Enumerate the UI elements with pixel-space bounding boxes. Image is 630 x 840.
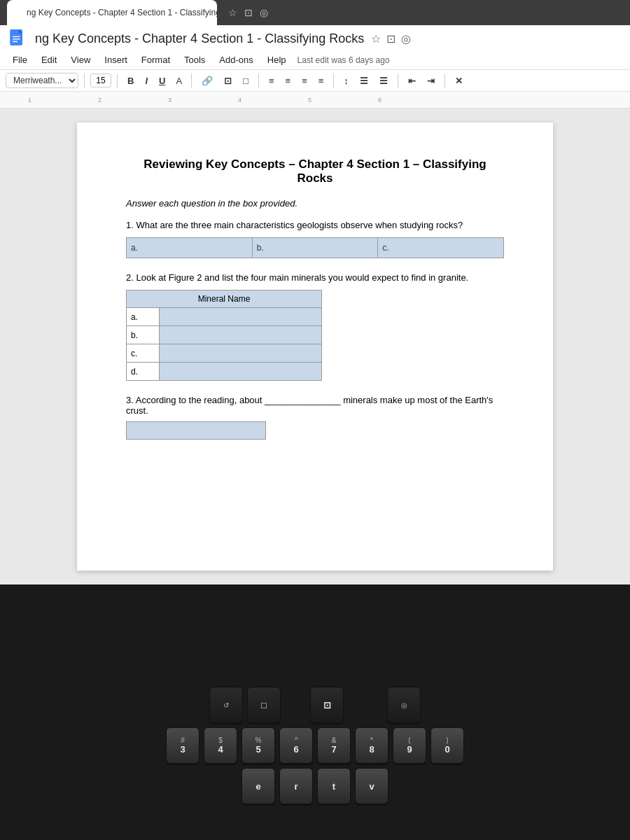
- browser-icons: ☆ ⊡ ◎: [228, 7, 268, 18]
- mineral-answer-a[interactable]: [159, 308, 322, 326]
- key-r[interactable]: r: [279, 768, 313, 804]
- menu-addons[interactable]: Add-ons: [214, 52, 258, 68]
- mineral-table: Mineral Name a. b. c.: [126, 290, 322, 381]
- docs-title-actions: ☆ ⊡ ◎: [371, 32, 411, 46]
- key-4[interactable]: $ 4: [204, 727, 237, 764]
- bold-button[interactable]: B: [123, 74, 138, 88]
- font-size-input[interactable]: [90, 74, 111, 88]
- star-icon[interactable]: ☆: [228, 7, 237, 18]
- question-2-block: 2. Look at Figure 2 and list the four ma…: [126, 272, 504, 381]
- question-3-text: 3. According to the reading, about _____…: [126, 395, 504, 416]
- question-3-answer[interactable]: [126, 421, 266, 440]
- browser-bar: ng Key Concepts - Chapter 4 Section 1 - …: [0, 0, 630, 25]
- menu-format[interactable]: Format: [136, 52, 176, 68]
- keyboard-number-row: # 3 $ 4 % 5 ^ 6 & 7 * 8 ( 9 ) 0: [166, 727, 464, 764]
- key-e[interactable]: e: [241, 768, 275, 804]
- italic-button[interactable]: I: [141, 74, 152, 88]
- list-button[interactable]: ☰: [356, 74, 372, 88]
- last-edit-text: Last edit was 6 days ago: [298, 55, 390, 65]
- mineral-answer-b[interactable]: [159, 326, 322, 344]
- keyboard-letter-row: e r t v: [241, 768, 388, 804]
- line-spacing-button[interactable]: ↕: [340, 74, 353, 88]
- question-3-number: 3.: [126, 395, 134, 405]
- key-t[interactable]: t: [317, 768, 351, 804]
- key-7[interactable]: & 7: [317, 727, 351, 764]
- question-3-block: 3. According to the reading, about _____…: [126, 395, 504, 440]
- key-6[interactable]: ^ 6: [279, 727, 313, 764]
- mineral-row-a: a.: [127, 308, 322, 326]
- key-v-visible[interactable]: v: [355, 768, 388, 804]
- keyboard-nav-row: ↺ □ ⊡ ◎: [209, 687, 421, 723]
- tab-title: ng Key Concepts - Chapter 4 Section 1 - …: [27, 8, 217, 18]
- docs-title-row: ng Key Concepts - Chapter 4 Section 1 - …: [7, 28, 623, 50]
- key-0[interactable]: ) 0: [430, 727, 464, 764]
- font-color-button[interactable]: A: [172, 74, 186, 88]
- clear-format-button[interactable]: ✕: [451, 74, 467, 88]
- menu-tools[interactable]: Tools: [178, 52, 211, 68]
- separator-6: [398, 74, 398, 88]
- numbered-list-button[interactable]: ☰: [375, 74, 392, 88]
- underline-button[interactable]: U: [155, 74, 169, 88]
- ruler-mark-4: 4: [238, 97, 241, 104]
- docs-header: ng Key Concepts - Chapter 4 Section 1 - …: [0, 25, 630, 70]
- indent-increase-button[interactable]: ⇥: [423, 74, 439, 88]
- separator-7: [444, 74, 445, 88]
- star-doc-icon[interactable]: ☆: [371, 32, 381, 46]
- mineral-row-c: c.: [127, 344, 322, 363]
- sync-icon[interactable]: ◎: [260, 7, 268, 18]
- mineral-label-b: b.: [127, 326, 160, 344]
- browser-tab[interactable]: ng Key Concepts - Chapter 4 Section 1 - …: [7, 0, 217, 25]
- separator-5: [333, 74, 334, 88]
- bookmark-icon[interactable]: ⊡: [244, 7, 253, 18]
- document-main-title: Reviewing Key Concepts – Chapter 4 Secti…: [126, 158, 504, 186]
- font-family-select[interactable]: Merriweath...: [6, 73, 78, 88]
- question-2-number: 2.: [126, 272, 134, 283]
- svg-rect-3: [13, 36, 20, 38]
- menu-insert[interactable]: Insert: [99, 52, 133, 68]
- key-double-rect[interactable]: ⊡: [310, 687, 344, 723]
- mineral-row-b: b.: [127, 326, 322, 344]
- key-3[interactable]: # 3: [166, 727, 200, 764]
- align-center-button[interactable]: ≡: [281, 74, 295, 88]
- answer-1a[interactable]: a.: [127, 238, 253, 258]
- keyboard-area: ↺ □ ⊡ ◎ # 3 $ 4 % 5 ^ 6 & 7: [0, 584, 630, 816]
- docs-menu-row: File Edit View Insert Format Tools Add-o…: [7, 50, 623, 69]
- question-1-body: What are the three main characteristics …: [136, 220, 463, 230]
- docs-document-title[interactable]: ng Key Concepts - Chapter 4 Section 1 - …: [35, 31, 364, 46]
- question-1-text: 1. What are the three main characteristi…: [126, 220, 504, 230]
- menu-file[interactable]: File: [7, 52, 33, 68]
- document-instruction: Answer each question in the box provided…: [126, 198, 504, 209]
- indent-decrease-button[interactable]: ⇤: [404, 74, 420, 88]
- link-button[interactable]: 🔗: [197, 74, 217, 88]
- image-button[interactable]: □: [239, 74, 253, 88]
- menu-help[interactable]: Help: [262, 52, 292, 68]
- question-3-blank: _______________: [265, 395, 343, 405]
- cloud-icon[interactable]: ◎: [401, 32, 411, 46]
- answer-1c[interactable]: c.: [378, 238, 503, 258]
- align-justify-button[interactable]: ≡: [314, 74, 328, 88]
- align-right-button[interactable]: ≡: [298, 74, 312, 88]
- question-1-block: 1. What are the three main characteristi…: [126, 220, 504, 258]
- key-brightness[interactable]: ◎: [387, 687, 421, 723]
- ruler-mark-5: 5: [308, 97, 312, 104]
- ruler: 1 2 3 4 5 6: [0, 92, 630, 108]
- comment-button[interactable]: ⊡: [220, 74, 236, 88]
- folder-icon[interactable]: ⊡: [386, 32, 396, 46]
- key-square[interactable]: □: [247, 687, 281, 723]
- key-9[interactable]: ( 9: [393, 727, 426, 764]
- menu-edit[interactable]: Edit: [36, 52, 62, 68]
- mineral-answer-c[interactable]: [159, 344, 322, 363]
- key-8[interactable]: * 8: [355, 727, 388, 764]
- mineral-label-c: c.: [127, 344, 160, 363]
- answer-1b[interactable]: b.: [253, 238, 379, 258]
- question-3-before: According to the reading, about: [136, 395, 262, 405]
- key-refresh[interactable]: ↺: [209, 687, 243, 723]
- svg-rect-5: [13, 41, 18, 43]
- key-5[interactable]: % 5: [241, 727, 275, 764]
- question-2-text: 2. Look at Figure 2 and list the four ma…: [126, 272, 504, 283]
- docs-logo: [7, 28, 28, 49]
- menu-view[interactable]: View: [65, 52, 96, 68]
- mineral-answer-d[interactable]: [159, 363, 322, 381]
- align-left-button[interactable]: ≡: [265, 74, 279, 88]
- separator-4: [258, 74, 259, 88]
